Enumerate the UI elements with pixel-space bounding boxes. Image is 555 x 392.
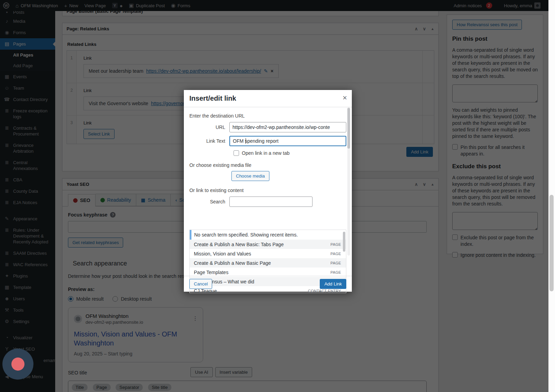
- item-type-badge: PAGE: [330, 252, 341, 256]
- list-item[interactable]: Create & Publish a New Basic: Tabs Page …: [190, 240, 346, 249]
- list-info-row: No search term specified. Showing recent…: [190, 230, 346, 240]
- cancel-button[interactable]: Cancel: [189, 279, 212, 289]
- list-item[interactable]: Create & Publish a New Basic Page PAGE: [190, 258, 346, 268]
- search-field-label: Search: [189, 199, 229, 204]
- list-item[interactable]: Page Templates PAGE: [190, 268, 346, 277]
- close-icon[interactable]: ×: [343, 93, 347, 102]
- checkbox-label: Open link in a new tab: [242, 150, 290, 156]
- modal-scrollbar-thumb[interactable]: [347, 108, 350, 149]
- destination-url-label: Enter the destination URL: [189, 113, 346, 119]
- item-type-badge: PAGE: [330, 261, 341, 265]
- screen-recording-indicator: [2, 349, 33, 380]
- add-link-button[interactable]: Add Link: [320, 279, 346, 289]
- list-scrollbar-thumb[interactable]: [343, 232, 345, 252]
- search-input[interactable]: [229, 197, 313, 207]
- choose-media-button[interactable]: Choose media: [231, 171, 269, 181]
- url-input[interactable]: [229, 122, 346, 132]
- item-title: Create & Publish a New Basic Page: [194, 260, 271, 266]
- item-title: Mission, Vision and Values: [194, 251, 251, 257]
- list-item[interactable]: Mission, Vision and Values PAGE: [190, 249, 346, 258]
- checkbox-icon[interactable]: [234, 150, 239, 156]
- choose-media-heading: Or choose existing media file: [189, 162, 346, 168]
- open-new-tab-option[interactable]: Open link in a new tab: [234, 150, 346, 156]
- link-text-field-label: Link Text: [189, 138, 229, 144]
- wordpress-admin-screen: W ⌂ OFM Washinghton + New View Page Y ● …: [0, 0, 555, 392]
- url-field-label: URL: [189, 124, 229, 130]
- item-title: Page Templates: [194, 270, 228, 275]
- modal-title: Insert/edit link: [189, 94, 236, 102]
- item-type-badge: PAGE: [330, 270, 341, 274]
- link-existing-heading: Or link to existing content: [189, 188, 346, 193]
- browser-scrollbar-thumb[interactable]: [549, 195, 554, 291]
- link-text-input[interactable]: [229, 136, 346, 146]
- item-title: Create & Publish a New Basic: Tabs Page: [194, 242, 284, 247]
- browser-scrollbar-track[interactable]: [548, 0, 555, 392]
- insert-edit-link-modal: Insert/edit link × Enter the destination…: [184, 90, 352, 292]
- item-type-badge: PAGE: [330, 242, 341, 247]
- text-caret: [246, 138, 246, 144]
